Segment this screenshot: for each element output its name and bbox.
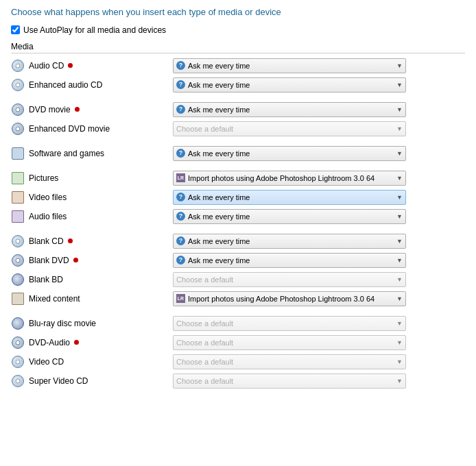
question-icon: ? [176, 212, 185, 221]
audio-cd-red-dot [68, 63, 73, 68]
media-row-blank-dvd: Blank DVD?Ask me every time▼ [11, 252, 465, 269]
blank-dvd-dropdown-text: Ask me every time [188, 256, 395, 265]
pictures-dropdown[interactable]: LRImport photos using Adobe Photoshop Li… [173, 171, 406, 186]
dropdown-arrow-icon: ▼ [396, 125, 403, 132]
bluray-disc-movie-dropdown: Choose a default▼ [173, 316, 406, 331]
video-cd-dropdown: Choose a default▼ [173, 354, 406, 369]
dropdown-arrow-icon: ▼ [396, 82, 403, 88]
audio-cd-dropdown-text: Ask me every time [188, 62, 395, 70]
dvd-movie-dropdown[interactable]: ?Ask me every time▼ [173, 102, 406, 117]
blank-dvd-label: Blank DVD [29, 256, 69, 265]
enhanced-audio-cd-dropdown[interactable]: ?Ask me every time▼ [173, 77, 406, 93]
software-games-dropdown-text: Ask me every time [188, 149, 395, 158]
question-icon: ? [176, 193, 185, 201]
dvd-movie-label: DVD movie [29, 105, 71, 114]
video-files-dropdown[interactable]: ?Ask me every time▼ [173, 190, 406, 205]
enhanced-audio-cd-icon [11, 78, 25, 92]
blank-dvd-dropdown[interactable]: ?Ask me every time▼ [173, 253, 406, 268]
media-row-dvd-movie: DVD movie?Ask me every time▼ [11, 101, 465, 118]
enhanced-dvd-movie-label: Enhanced DVD movie [29, 124, 110, 134]
media-row-pictures: PicturesLRImport photos using Adobe Phot… [11, 170, 465, 186]
spacer [11, 140, 465, 145]
dropdown-arrow-icon: ▼ [396, 238, 403, 245]
dropdown-arrow-icon: ▼ [396, 358, 403, 365]
dvd-movie-icon [11, 103, 25, 116]
software-games-dropdown[interactable]: ?Ask me every time▼ [173, 146, 406, 161]
media-row-software-games: Software and games?Ask me every time▼ [11, 145, 465, 162]
pictures-label: Pictures [29, 173, 58, 183]
media-row-dvd-audio: DVD-AudioChoose a default▼ [11, 334, 465, 351]
blank-bd-dropdown: Choose a default▼ [173, 272, 406, 287]
lightroom-icon: LR [176, 173, 185, 182]
media-row-audio-cd: Audio CD?Ask me every time▼ [11, 58, 465, 74]
autoplay-checkbox[interactable] [11, 25, 20, 34]
media-section-label: Media [11, 42, 465, 53]
media-row-blank-bd: Blank BDChoose a default▼ [11, 271, 465, 288]
audio-files-icon [11, 210, 25, 223]
blank-cd-icon [11, 234, 25, 248]
enhanced-audio-cd-label: Enhanced audio CD [29, 80, 102, 90]
media-row-enhanced-dvd-movie: Enhanced DVD movieChoose a default▼ [11, 121, 465, 137]
question-icon: ? [176, 80, 185, 89]
dropdown-arrow-icon: ▼ [396, 378, 403, 384]
software-games-label: Software and games [29, 149, 104, 158]
audio-cd-icon [11, 59, 25, 73]
question-icon: ? [176, 149, 185, 158]
enhanced-dvd-movie-dropdown: Choose a default▼ [173, 121, 406, 136]
blank-cd-dropdown-text: Ask me every time [188, 237, 395, 245]
dropdown-arrow-icon: ▼ [396, 175, 403, 182]
blank-cd-red-dot [68, 238, 73, 243]
autoplay-row: Use AutoPlay for all media and devices [11, 25, 465, 35]
video-files-icon [11, 191, 25, 204]
lightroom-icon: LR [176, 294, 185, 303]
dvd-audio-red-dot [74, 340, 79, 345]
spacer [11, 96, 465, 101]
audio-cd-label: Audio CD [29, 61, 64, 71]
dropdown-arrow-icon: ▼ [396, 339, 403, 346]
blank-bd-label: Blank BD [29, 275, 63, 284]
dvd-audio-icon [11, 336, 25, 350]
autoplay-label: Use AutoPlay for all media and devices [23, 25, 166, 35]
blank-bd-dropdown-text: Choose a default [176, 275, 395, 284]
audio-cd-dropdown[interactable]: ?Ask me every time▼ [173, 58, 406, 73]
video-cd-label: Video CD [29, 357, 64, 367]
spacer [11, 164, 465, 170]
spacer [11, 310, 465, 315]
media-row-enhanced-audio-cd: Enhanced audio CD?Ask me every time▼ [11, 77, 465, 93]
audio-files-dropdown[interactable]: ?Ask me every time▼ [173, 209, 406, 224]
super-video-cd-dropdown: Choose a default▼ [173, 373, 406, 389]
media-row-super-video-cd: Super Video CDChoose a default▼ [11, 373, 465, 389]
question-icon: ? [176, 61, 185, 70]
dvd-audio-dropdown: Choose a default▼ [173, 335, 406, 350]
pictures-icon [11, 171, 25, 185]
dropdown-arrow-icon: ▼ [396, 213, 403, 220]
mixed-content-dropdown-text: Import photos using Adobe Photoshop Ligh… [188, 295, 395, 303]
super-video-cd-dropdown-text: Choose a default [176, 377, 395, 385]
dropdown-arrow-icon: ▼ [396, 150, 403, 157]
media-row-video-files: Video files?Ask me every time▼ [11, 189, 465, 206]
video-cd-icon [11, 355, 25, 369]
media-row-mixed-content: Mixed contentLRImport photos using Adobe… [11, 291, 465, 307]
blank-cd-dropdown[interactable]: ?Ask me every time▼ [173, 234, 406, 249]
dvd-audio-label: DVD-Audio [29, 338, 70, 347]
dropdown-arrow-icon: ▼ [396, 257, 403, 264]
question-icon: ? [176, 236, 185, 245]
video-files-label: Video files [29, 193, 67, 202]
dvd-movie-red-dot [75, 107, 80, 112]
super-video-cd-label: Super Video CD [29, 376, 88, 386]
mixed-content-label: Mixed content [29, 294, 80, 304]
blank-cd-label: Blank CD [29, 236, 64, 246]
dvd-audio-dropdown-text: Choose a default [176, 339, 395, 347]
dropdown-arrow-icon: ▼ [396, 62, 403, 69]
spacer [11, 228, 465, 233]
bluray-disc-movie-dropdown-text: Choose a default [176, 319, 395, 328]
mixed-content-dropdown[interactable]: LRImport photos using Adobe Photoshop Li… [173, 291, 406, 306]
dropdown-arrow-icon: ▼ [396, 320, 403, 327]
dropdown-arrow-icon: ▼ [396, 276, 403, 283]
dropdown-arrow-icon: ▼ [396, 295, 403, 302]
media-row-blank-cd: Blank CD?Ask me every time▼ [11, 233, 465, 249]
question-icon: ? [176, 105, 185, 114]
question-icon: ? [176, 256, 185, 265]
media-row-bluray-disc-movie: Blu-ray disc movieChoose a default▼ [11, 315, 465, 332]
media-row-video-cd: Video CDChoose a default▼ [11, 354, 465, 370]
